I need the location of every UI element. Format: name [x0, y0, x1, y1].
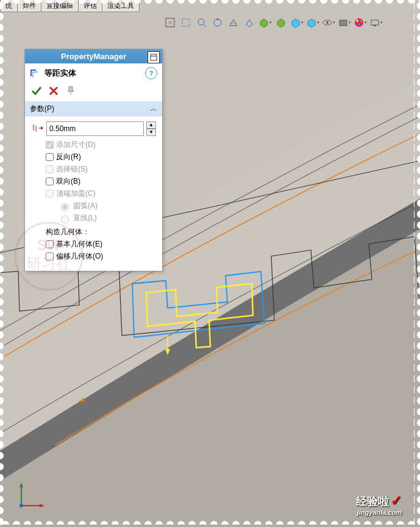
params-body: ▲▼ 添加尺寸(D) 反向(R) 选择链(S) 双向(B) 顶端加盖(C) 圆弧… [25, 117, 162, 271]
select-chain-label: 选择链(S) [56, 164, 88, 174]
display-box-icon[interactable] [274, 15, 288, 30]
svg-point-16 [358, 23, 360, 26]
panel-title-bar: PropertyManager [25, 49, 162, 63]
hide-show-icon[interactable]: ▾ [290, 15, 304, 30]
svg-marker-26 [20, 482, 23, 487]
base-geom-label: 基本几何体(E) [56, 239, 102, 249]
cancel-button[interactable] [48, 85, 59, 96]
select-chain-checkbox [46, 165, 54, 173]
svg-marker-21 [41, 126, 43, 130]
offset-entities-icon [30, 68, 41, 79]
shaded-icon[interactable]: ▾ [305, 15, 320, 30]
add-dimension-label: 添加尺寸(D) [56, 140, 96, 150]
pushpin-icon[interactable] [65, 85, 76, 96]
zoom-fit-icon[interactable] [163, 15, 177, 30]
arc-label: 圆弧(A) [73, 201, 98, 211]
zoom-dynamic-icon[interactable] [194, 15, 209, 30]
svg-point-6 [198, 19, 204, 25]
panel-title: PropertyManager [61, 52, 126, 61]
scene-icon[interactable]: ▾ [337, 15, 352, 30]
distance-icon [31, 122, 44, 135]
display-style-icon[interactable]: ▾ [258, 15, 272, 30]
brand-check-icon: ✓ [391, 493, 402, 508]
construct-geom-label: 构造几何体： [46, 227, 156, 237]
svg-rect-19 [151, 54, 157, 60]
offset-geom-label: 偏移几何体(O) [56, 251, 103, 262]
brand-text: 经验啦 [356, 495, 389, 507]
bidirectional-checkbox[interactable] [46, 177, 54, 185]
footer-brand: 经验啦 ✓ jingyanla.com [356, 493, 402, 516]
svg-line-7 [204, 24, 206, 27]
viewport: 统 焊件 直接编辑 评估 渲染工具 ▾ ▾ ▾ ▾ ▾ ▾ ▾ Property… [0, 0, 420, 527]
bidirectional-label: 双向(B) [56, 176, 80, 187]
arc-radio [61, 203, 69, 211]
svg-point-15 [360, 20, 362, 22]
panel-pin-icon[interactable] [148, 51, 160, 63]
render-icon[interactable]: ▾ [369, 15, 383, 30]
svg-point-29 [20, 504, 23, 507]
params-label: 参数(P) [30, 104, 54, 114]
rotate-icon[interactable] [210, 15, 225, 30]
view-toolbar: ▾ ▾ ▾ ▾ ▾ ▾ ▾ [163, 15, 383, 30]
offset-geom-checkbox[interactable] [46, 253, 54, 260]
line-radio [61, 215, 69, 223]
section-icon[interactable] [226, 15, 241, 30]
cap-ends-label: 顶端加盖(C) [56, 188, 96, 199]
property-manager-panel: PropertyManager 等距实体 ? 参数(P) ︿ ▲▼ 添加尺寸(D… [24, 49, 163, 271]
collapse-icon[interactable]: ︿ [150, 104, 157, 114]
action-row [25, 83, 162, 101]
zoom-area-icon[interactable] [179, 15, 193, 30]
cap-ends-checkbox [46, 190, 54, 198]
svg-rect-18 [374, 25, 376, 26]
tab-render-tools[interactable]: 渲染工具 [102, 0, 140, 12]
params-header[interactable]: 参数(P) ︿ [25, 101, 162, 117]
brand-url: jingyanla.com [356, 509, 402, 516]
tab-evaluate[interactable]: 评估 [78, 0, 102, 12]
axis-triad[interactable] [15, 481, 46, 512]
svg-rect-17 [371, 20, 379, 25]
view-orient-icon[interactable] [242, 15, 257, 30]
visibility-icon[interactable]: ▾ [321, 15, 336, 30]
distance-spinner[interactable]: ▲▼ [146, 121, 156, 136]
svg-marker-28 [40, 504, 44, 507]
appearance-icon[interactable]: ▾ [353, 15, 368, 30]
svg-point-14 [356, 20, 358, 22]
tab-weldments[interactable]: 焊件 [17, 0, 41, 12]
command-title: 等距实体 [44, 68, 76, 79]
help-icon[interactable]: ? [145, 67, 157, 79]
reverse-label: 反向(R) [56, 152, 81, 162]
tab-direct-edit[interactable]: 直接编辑 [41, 0, 79, 12]
tab-system[interactable]: 统 [0, 0, 18, 12]
svg-point-11 [326, 21, 329, 24]
base-geom-checkbox[interactable] [46, 240, 54, 248]
add-dimension-checkbox [46, 141, 54, 149]
command-row: 等距实体 ? [25, 63, 162, 83]
svg-rect-12 [340, 20, 347, 26]
ribbon-tabs: 统 焊件 直接编辑 评估 渲染工具 [0, 0, 139, 12]
line-label: 直线(L) [73, 213, 97, 223]
svg-rect-5 [182, 19, 190, 26]
reverse-checkbox[interactable] [46, 153, 54, 161]
distance-input[interactable] [46, 121, 144, 136]
ok-button[interactable] [31, 85, 42, 96]
